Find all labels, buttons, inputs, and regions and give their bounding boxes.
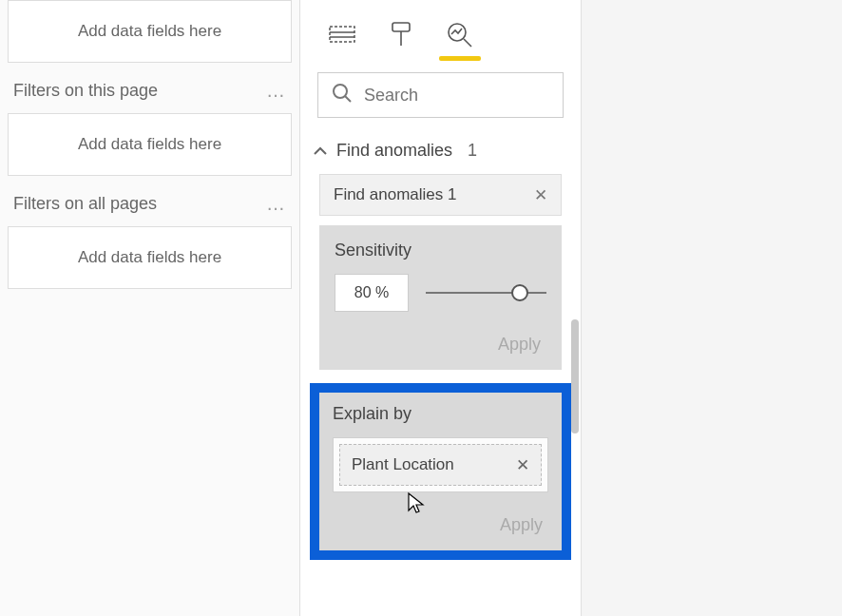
explain-by-field-chip[interactable]: Plant Location ✕ [339, 444, 542, 486]
remove-field-icon[interactable]: ✕ [516, 455, 529, 475]
anomaly-chip-label: Find anomalies 1 [334, 185, 456, 204]
find-anomalies-section-header[interactable]: Find anomalies 1 [300, 127, 581, 174]
all-pages-filters-header: Filters on all pages … [13, 193, 286, 215]
analytics-tab-icon[interactable] [445, 19, 475, 49]
visualizations-analytics-pane: Find anomalies 1 Find anomalies 1 ✕ Sens… [300, 0, 582, 616]
svg-line-8 [345, 96, 351, 102]
anomaly-card-chip[interactable]: Find anomalies 1 ✕ [319, 174, 562, 216]
scrollbar-thumb[interactable] [571, 319, 579, 433]
page-filters-header: Filters on this page … [13, 80, 286, 102]
explain-by-field-well[interactable]: Plant Location ✕ [333, 437, 548, 492]
page-filters-dropzone[interactable]: Add data fields here [8, 113, 292, 176]
dropzone-placeholder: Add data fields here [78, 248, 221, 267]
search-input[interactable] [364, 86, 584, 106]
pane-tabs [300, 0, 581, 63]
close-icon[interactable]: ✕ [534, 185, 547, 205]
dropzone-placeholder: Add data fields here [78, 135, 221, 154]
explain-apply-button[interactable]: Apply [500, 515, 543, 534]
find-anomalies-label: Find anomalies [336, 141, 452, 161]
svg-rect-0 [330, 27, 354, 42]
page-filters-more-icon[interactable]: … [266, 80, 286, 102]
format-tab-icon[interactable] [386, 19, 416, 49]
filters-pane: Add data fields here Filters on this pag… [0, 0, 300, 616]
svg-rect-3 [392, 23, 410, 31]
search-input-container[interactable] [317, 72, 564, 118]
canvas-background [582, 0, 842, 616]
chevron-up-icon [314, 144, 327, 159]
explain-by-panel-highlighted: Explain by Plant Location ✕ Apply [310, 383, 571, 560]
search-icon [332, 83, 353, 108]
fields-tab-icon[interactable] [327, 19, 357, 49]
sensitivity-slider[interactable] [426, 281, 546, 304]
all-pages-filters-dropzone[interactable]: Add data fields here [8, 226, 292, 289]
svg-line-6 [464, 39, 471, 47]
find-anomalies-count: 1 [468, 141, 477, 161]
sensitivity-panel: Sensitivity 80 % Apply [319, 225, 562, 370]
sensitivity-value-input[interactable]: 80 % [335, 274, 409, 312]
svg-point-7 [334, 85, 347, 98]
all-pages-more-icon[interactable]: … [266, 193, 286, 215]
sensitivity-label: Sensitivity [335, 241, 546, 260]
slider-handle[interactable] [511, 284, 528, 301]
sensitivity-apply-button[interactable]: Apply [498, 335, 541, 354]
sensitivity-row: 80 % [335, 274, 546, 312]
explain-by-field-name: Plant Location [352, 455, 454, 474]
page-filters-label: Filters on this page [13, 81, 158, 101]
sensitivity-value: 80 % [354, 284, 389, 301]
visual-filters-dropzone[interactable]: Add data fields here [8, 0, 292, 63]
explain-by-label: Explain by [333, 404, 548, 424]
dropzone-placeholder: Add data fields here [78, 22, 221, 41]
all-pages-filters-label: Filters on all pages [13, 194, 157, 214]
